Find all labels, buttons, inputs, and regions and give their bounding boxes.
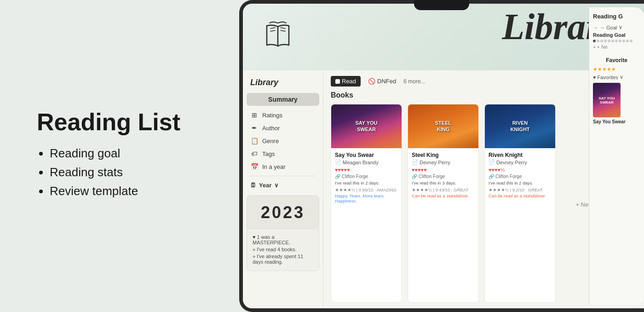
tab-more[interactable]: 6 more... xyxy=(403,78,425,85)
sidebar-genre-label: Genre xyxy=(262,138,279,144)
book-hearts-steel: ♥♥♥♥♥ xyxy=(412,167,475,173)
sidebar-item-in-a-year[interactable]: 📅 In a year xyxy=(243,160,323,173)
sidebar-item-author[interactable]: ✒ Author xyxy=(243,121,323,134)
cover-text-steel: STEELKING xyxy=(433,118,453,134)
year-number: 2023 xyxy=(253,203,313,222)
book-card-steel-king: STEELKING Steel King 📄 Devney Perry xyxy=(408,104,479,303)
author-doc-icon-3: 📄 xyxy=(489,159,495,165)
favorites-stars: ★★★★★ xyxy=(593,70,640,72)
book-desc-steel: I've read this in 3 days. xyxy=(412,180,475,186)
book-desc-say: I've read this in 2 days. xyxy=(335,180,398,186)
sidebar-year-item-label: In a year xyxy=(262,163,286,170)
favorites-label-row[interactable]: ♥ Favorites ∨ xyxy=(593,74,640,80)
book-author-riven: 📄 Devney Perry xyxy=(489,159,552,165)
left-panel: Reading List Reading goal Reading stats … xyxy=(0,0,239,312)
year-stat-3: » I've already spent 11 days reading. xyxy=(253,254,313,265)
book-card-riven-knight: RIVENKNIGHT Riven Knight 📄 Devney Perry xyxy=(484,104,556,303)
sidebar: Library Summary ⊞ Ratings ✒ Author 📋 xyxy=(243,70,323,308)
book-info-say: Say You Swear 📄 Meagan Brandy ♥♥♥♥♥ 🔗 Cl… xyxy=(331,148,402,302)
book-extra-riven: Can be read as a standalone. xyxy=(489,193,552,198)
year-dropdown-chevron: ∨ xyxy=(274,182,279,189)
book-rating-steel: ★★★★½ | 9.43/10 · GREAT xyxy=(412,187,475,192)
sidebar-year-dropdown[interactable]: 🗓 Year ∨ xyxy=(243,179,323,191)
book-title-say: Say You Swear xyxy=(335,152,398,158)
fav-cover-text: SAY YOUSWEAR xyxy=(598,95,616,105)
sidebar-author-label: Author xyxy=(262,125,280,132)
tab-dnfed[interactable]: 🚫 DNFed xyxy=(363,76,401,87)
cover-text-riven: RIVENKNIGHT xyxy=(508,118,531,134)
book-icon xyxy=(261,18,294,56)
book-card-say-you-swear: SAY YOUSWEAR Say You Swear 📄 Meagan Bran… xyxy=(331,104,402,303)
year-card-body: ♥ 1 was a MASTERPIECE. » I've read 4 boo… xyxy=(247,230,319,271)
book-hearts-riven: ♥♥♥♥½ xyxy=(489,167,552,173)
author-doc-icon-2: 📄 xyxy=(412,159,418,165)
feature-item-2: Reading stats xyxy=(50,165,212,179)
series-icon-2: 🔗 xyxy=(412,174,417,179)
sidebar-item-ratings[interactable]: ⊞ Ratings xyxy=(243,109,323,121)
ratings-icon: ⊞ xyxy=(250,111,259,119)
year-btn-calendar-icon: 🗓 xyxy=(250,182,256,189)
tab-read[interactable]: Read xyxy=(331,76,361,87)
tablet-screen: 🦋 🦋 Library Library Summary ⊞ Ratings xyxy=(243,4,644,308)
right-panel-overlay: Reading G → → Goal ∨ Reading Goal xyxy=(589,70,644,305)
book-cover-steel-bg: STEELKING xyxy=(408,104,478,148)
sidebar-tags-label: Tags xyxy=(262,150,275,157)
heart-icon: ♥ xyxy=(593,75,596,80)
tab-dnfed-icon: 🚫 xyxy=(368,78,375,85)
book-title-riven: Riven Knight xyxy=(489,152,552,158)
book-extra-steel: Can be read as a standalone. xyxy=(412,193,475,198)
year-card-header: 2023 xyxy=(247,196,319,230)
sidebar-divider xyxy=(250,176,316,176)
favorites-mini-cover: SAY YOUSWEAR xyxy=(593,83,621,117)
cover-text-say: SAY YOUSWEAR xyxy=(353,118,379,134)
sidebar-summary-button[interactable]: Summary xyxy=(247,93,319,106)
sidebar-library-label: Library xyxy=(243,76,323,93)
tablet-wrapper: 🦋 🦋 Library Library Summary ⊞ Ratings xyxy=(239,0,644,312)
book-series-steel: 🔗 Clifton Forge xyxy=(412,174,475,179)
book-series-riven: 🔗 Clifton Forge xyxy=(489,174,552,179)
book-info-steel: Steel King 📄 Devney Perry ♥♥♥♥♥ 🔗 Clifto… xyxy=(408,148,478,302)
feature-item-1: Reading goal xyxy=(50,146,212,161)
favorites-book-title: Say You Swear xyxy=(593,119,640,124)
author-doc-icon: 📄 xyxy=(335,159,341,165)
tags-icon: 🏷 xyxy=(250,150,259,157)
sidebar-item-tags[interactable]: 🏷 Tags xyxy=(243,147,323,160)
genre-icon: 📋 xyxy=(250,137,259,144)
series-icon: 🔗 xyxy=(335,174,340,179)
book-cover-riven-bg: RIVENKNIGHT xyxy=(485,104,555,148)
year-card: 2023 ♥ 1 was a MASTERPIECE. » I've read … xyxy=(247,195,319,271)
favorites-section: Favorite ★★★★★ ♥ Favorites ∨ SAY YOUSWEA… xyxy=(593,70,640,124)
book-cover-say: SAY YOUSWEAR xyxy=(331,104,402,148)
sidebar-item-genre[interactable]: 📋 Genre xyxy=(243,134,323,147)
year-stat-1: ♥ 1 was a MASTERPIECE. xyxy=(253,234,313,245)
year-btn-label: Year xyxy=(259,182,271,189)
calendar-icon: 📅 xyxy=(250,163,259,170)
app-content: 🦋 🦋 Library Library Summary ⊞ Ratings xyxy=(243,4,644,308)
tablet-notch xyxy=(414,0,469,10)
author-icon: ✒ xyxy=(250,124,259,132)
sidebar-ratings-label: Ratings xyxy=(262,112,282,119)
book-info-riven: Riven Knight 📄 Devney Perry ♥♥♥♥½ 🔗 Clif… xyxy=(485,148,555,302)
favorites-text: Favorites xyxy=(598,75,618,80)
year-stat-2: » I've read 4 books. xyxy=(253,247,313,252)
page-title: Reading List xyxy=(37,109,212,135)
tab-dnfed-label: DNFed xyxy=(377,78,396,85)
book-cover-steel: STEELKING xyxy=(408,104,478,148)
favorites-chevron: ∨ xyxy=(620,74,623,80)
book-series-say: 🔗 Clifton Forge xyxy=(335,174,398,179)
book-author-steel: 📄 Devney Perry xyxy=(412,159,475,165)
book-rating-say: ★★★★½ | 9.96/10 · AMAZING xyxy=(335,187,398,192)
tab-read-label: Read xyxy=(342,78,356,85)
book-title-steel: Steel King xyxy=(412,152,475,158)
tablet-frame: 🦋 🦋 Library Library Summary ⊞ Ratings xyxy=(239,0,644,312)
features-list: Reading goal Reading stats Review templa… xyxy=(37,146,212,203)
book-extra-say: Happy. Tears. More tears. Happiness. xyxy=(335,193,398,203)
book-hearts-say: ♥♥♥♥♥ xyxy=(335,167,398,173)
book-cover-riven: RIVENKNIGHT xyxy=(485,104,555,148)
feature-item-3: Review template xyxy=(50,184,212,198)
header-banner: 🦋 🦋 Library xyxy=(243,4,644,70)
series-icon-3: 🔗 xyxy=(489,174,494,179)
book-desc-riven: I've read this in 2 days. xyxy=(489,180,552,186)
book-author-say: 📄 Meagan Brandy xyxy=(335,159,398,165)
book-cover-say-bg: SAY YOUSWEAR xyxy=(331,104,402,148)
